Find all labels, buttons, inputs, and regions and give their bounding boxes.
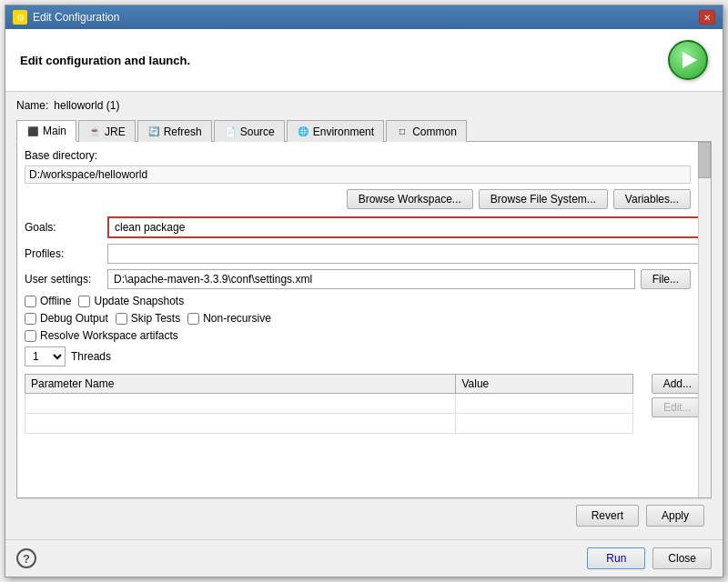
user-settings-input[interactable] bbox=[107, 269, 635, 289]
title-bar: ⚙ Edit Configuration ✕ bbox=[5, 5, 723, 29]
revert-apply-row: Revert Apply bbox=[16, 498, 712, 532]
tab-main-label: Main bbox=[43, 125, 66, 137]
non-recursive-checkbox-item: Non-recursive bbox=[187, 312, 271, 325]
main-panel: Base directory: D:/workspace/helloworld … bbox=[16, 142, 712, 498]
param-table: Parameter Name Value bbox=[25, 374, 633, 434]
offline-checkbox[interactable] bbox=[25, 296, 36, 307]
tab-source[interactable]: 📄 Source bbox=[214, 120, 285, 142]
header-run-button[interactable] bbox=[668, 40, 708, 80]
threads-select[interactable]: 1 2 4 bbox=[25, 346, 66, 366]
environment-tab-icon: 🌐 bbox=[297, 125, 309, 138]
footer: ? Run Close bbox=[5, 539, 723, 577]
browse-buttons-row: Browse Workspace... Browse File System..… bbox=[25, 189, 703, 209]
tab-refresh-label: Refresh bbox=[164, 125, 202, 138]
goals-input[interactable] bbox=[107, 216, 703, 238]
name-label: Name: bbox=[16, 99, 48, 112]
scrollbar-track[interactable] bbox=[698, 142, 711, 497]
debug-output-checkbox[interactable] bbox=[25, 313, 36, 325]
resolve-workspace-checkbox-item: Resolve Workspace artifacts bbox=[25, 329, 178, 342]
apply-button[interactable]: Apply bbox=[646, 505, 704, 527]
resolve-workspace-checkbox[interactable] bbox=[25, 330, 36, 342]
content-area: Name: helloworld (1) ⬛ Main ☕ JRE 🔄 Refr… bbox=[5, 92, 723, 539]
goals-row: Goals: bbox=[25, 216, 703, 238]
skip-tests-label: Skip Tests bbox=[131, 312, 180, 325]
revert-button[interactable]: Revert bbox=[576, 505, 639, 527]
tabs-container: ⬛ Main ☕ JRE 🔄 Refresh 📄 Source 🌐 Enviro… bbox=[16, 119, 712, 142]
base-directory-label: Base directory: bbox=[25, 149, 703, 162]
source-tab-icon: 📄 bbox=[224, 125, 237, 138]
window-close-button[interactable]: ✕ bbox=[699, 10, 715, 25]
browse-workspace-button[interactable]: Browse Workspace... bbox=[347, 189, 473, 209]
name-row: Name: helloworld (1) bbox=[16, 99, 712, 112]
threads-label: Threads bbox=[71, 350, 111, 363]
close-button[interactable]: Close bbox=[652, 547, 712, 569]
user-settings-row: User settings: File... bbox=[25, 269, 703, 289]
tab-common-label: Common bbox=[412, 125, 457, 138]
profiles-label: Profiles: bbox=[25, 247, 102, 260]
param-name-cell bbox=[25, 414, 456, 434]
main-tab-icon: ⬛ bbox=[26, 125, 39, 137]
profiles-row: Profiles: bbox=[25, 244, 703, 264]
skip-tests-checkbox-item: Skip Tests bbox=[116, 312, 180, 325]
checkboxes-row-2: Debug Output Skip Tests Non-recursive bbox=[25, 312, 703, 325]
window-title: Edit Configuration bbox=[33, 11, 119, 24]
footer-right-buttons: Run Close bbox=[587, 547, 712, 569]
user-settings-label: User settings: bbox=[25, 273, 102, 286]
param-col-value: Value bbox=[456, 375, 632, 394]
param-name-cell bbox=[25, 394, 456, 414]
tab-source-label: Source bbox=[240, 125, 275, 138]
update-snapshots-label: Update Snapshots bbox=[94, 295, 184, 307]
param-value-cell bbox=[456, 394, 632, 414]
header-title: Edit configuration and launch. bbox=[20, 54, 190, 67]
common-tab-icon: □ bbox=[396, 125, 409, 138]
table-row bbox=[25, 394, 633, 414]
base-directory-value: D:/workspace/helloworld bbox=[25, 166, 691, 184]
tab-common[interactable]: □ Common bbox=[386, 120, 467, 142]
param-table-wrapper: Parameter Name Value bbox=[25, 374, 646, 434]
param-buttons: Add... Edit... bbox=[652, 374, 703, 434]
param-table-container: Parameter Name Value bbox=[25, 374, 703, 434]
panel-content: Base directory: D:/workspace/helloworld … bbox=[17, 142, 711, 497]
file-button[interactable]: File... bbox=[641, 269, 691, 289]
tab-environment[interactable]: 🌐 Environment bbox=[287, 120, 384, 142]
resolve-workspace-row: Resolve Workspace artifacts bbox=[25, 329, 703, 342]
offline-label: Offline bbox=[40, 295, 71, 307]
run-icon bbox=[682, 52, 697, 68]
threads-row: 1 2 4 Threads bbox=[25, 346, 703, 366]
refresh-tab-icon: 🔄 bbox=[147, 125, 160, 138]
goals-label: Goals: bbox=[25, 221, 102, 234]
header-area: Edit configuration and launch. bbox=[5, 29, 723, 92]
tab-refresh[interactable]: 🔄 Refresh bbox=[137, 120, 212, 142]
param-col-name: Parameter Name bbox=[25, 375, 456, 394]
debug-output-label: Debug Output bbox=[40, 312, 108, 325]
edit-param-button[interactable]: Edit... bbox=[652, 397, 703, 417]
debug-output-checkbox-item: Debug Output bbox=[25, 312, 108, 325]
non-recursive-label: Non-recursive bbox=[203, 312, 271, 325]
variables-button[interactable]: Variables... bbox=[613, 189, 691, 209]
tab-main[interactable]: ⬛ Main bbox=[16, 120, 76, 142]
table-row bbox=[25, 414, 633, 434]
name-value: helloworld (1) bbox=[54, 99, 119, 112]
window-icon: ⚙ bbox=[13, 10, 27, 25]
param-value-cell bbox=[456, 414, 632, 434]
add-param-button[interactable]: Add... bbox=[652, 374, 703, 394]
jre-tab-icon: ☕ bbox=[88, 125, 101, 138]
tab-environment-label: Environment bbox=[313, 125, 374, 138]
browse-filesystem-button[interactable]: Browse File System... bbox=[479, 189, 608, 209]
offline-checkbox-item: Offline bbox=[25, 295, 71, 307]
main-window: ⚙ Edit Configuration ✕ Edit configuratio… bbox=[5, 5, 723, 577]
footer-left: ? bbox=[16, 548, 36, 568]
tab-jre[interactable]: ☕ JRE bbox=[78, 120, 136, 142]
tab-jre-label: JRE bbox=[105, 125, 126, 138]
scrollbar-thumb[interactable] bbox=[698, 142, 711, 178]
update-snapshots-checkbox[interactable] bbox=[78, 296, 90, 307]
help-button[interactable]: ? bbox=[16, 548, 36, 568]
skip-tests-checkbox[interactable] bbox=[116, 313, 127, 325]
title-bar-left: ⚙ Edit Configuration bbox=[13, 10, 119, 25]
run-button[interactable]: Run bbox=[587, 547, 645, 569]
checkboxes-row-1: Offline Update Snapshots bbox=[25, 295, 703, 307]
resolve-workspace-label: Resolve Workspace artifacts bbox=[40, 329, 178, 342]
non-recursive-checkbox[interactable] bbox=[187, 313, 199, 325]
profiles-input[interactable] bbox=[107, 244, 703, 264]
update-snapshots-checkbox-item: Update Snapshots bbox=[78, 295, 184, 307]
